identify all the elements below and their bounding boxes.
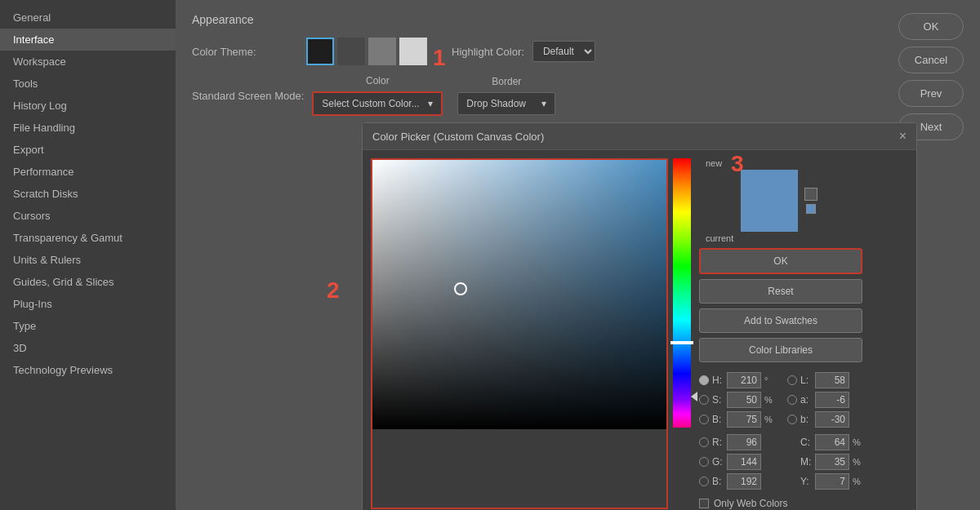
sidebar-item-interface[interactable]: Interface [0, 29, 176, 51]
h-input[interactable] [727, 372, 761, 388]
sidebar-item-units-rulers[interactable]: Units & Rulers [0, 249, 176, 271]
h-radio[interactable] [699, 375, 709, 385]
b3-radio[interactable] [787, 415, 797, 424]
highlight-color-label: Highlight Color: [452, 46, 524, 58]
dropdown-arrow-icon: ▾ [428, 98, 433, 109]
m-unit: % [853, 457, 862, 467]
highlight-color-dropdown[interactable]: Default [532, 41, 595, 62]
right-buttons: OK Cancel Prev Next [898, 13, 964, 140]
l-label: L: [800, 375, 812, 386]
close-button[interactable]: × [899, 130, 906, 143]
color-spectrum[interactable] [372, 160, 666, 429]
swatch-medium-dark[interactable] [337, 38, 365, 65]
a-radio[interactable] [787, 395, 797, 405]
middle-section: new current OK [699, 158, 862, 509]
c-input-row: C: % [787, 434, 862, 450]
color-picker-reset-button[interactable]: Reset [699, 279, 862, 304]
a-label: a: [800, 394, 812, 406]
main-content: Appearance Color Theme: Highlight Color:… [176, 0, 980, 510]
sidebar-item-scratch-disks[interactable]: Scratch Disks [0, 183, 176, 205]
sidebar-item-type[interactable]: Type [0, 315, 176, 337]
add-to-swatches-button[interactable]: Add to Swatches [699, 308, 862, 333]
b3-label: b: [800, 414, 812, 425]
b2-radio[interactable] [699, 477, 709, 486]
web-colors-row: Only Web Colors [699, 498, 862, 509]
drop-shadow-label: Drop Shadow [466, 98, 526, 109]
s-input[interactable] [727, 392, 761, 408]
hsb-rgb-inputs: H: ° S: % B: [699, 372, 774, 490]
spectrum-container [371, 158, 668, 509]
sidebar-item-general[interactable]: General [0, 7, 176, 29]
y-label: Y: [800, 476, 812, 487]
b-label: B: [712, 414, 724, 425]
custom-color-label: Select Custom Color... [322, 98, 419, 109]
sidebar-item-transparency-gamut[interactable]: Transparency & Gamut [0, 227, 176, 249]
sidebar-item-plug-ins[interactable]: Plug-Ins [0, 293, 176, 315]
g-radio[interactable] [699, 457, 709, 467]
spectrum-area [371, 158, 691, 509]
b2-input[interactable] [727, 473, 761, 490]
prev-button[interactable]: Prev [898, 80, 964, 107]
sidebar-item-guides-grid-slices[interactable]: Guides, Grid & Slices [0, 271, 176, 293]
a-input-row: a: [787, 392, 862, 408]
r-radio[interactable] [699, 437, 709, 447]
hue-indicator [670, 341, 693, 344]
h-input-row: H: ° [699, 372, 774, 388]
ok-button[interactable]: OK [898, 13, 964, 40]
cancel-button[interactable]: Cancel [898, 47, 964, 73]
sidebar-item-export[interactable]: Export [0, 139, 176, 161]
b3-input[interactable] [815, 411, 849, 428]
lab-cmyk-inputs: L: a: b: [787, 372, 862, 490]
y-unit: % [853, 477, 862, 486]
drop-shadow-dropdown[interactable]: Drop Shadow ▾ [457, 92, 555, 115]
custom-color-dropdown[interactable]: Select Custom Color... ▾ [312, 91, 443, 116]
color-picker-ok-button[interactable]: OK [699, 248, 862, 274]
r-input[interactable] [727, 434, 761, 450]
section-title: Appearance [192, 13, 964, 26]
swatch-medium[interactable] [368, 38, 396, 65]
hue-slider[interactable] [673, 158, 691, 428]
sidebar-item-tools[interactable]: Tools [0, 73, 176, 95]
cube-icon [804, 188, 817, 201]
sidebar-item-performance[interactable]: Performance [0, 161, 176, 183]
only-web-colors-label: Only Web Colors [714, 498, 787, 509]
new-label: new [706, 158, 722, 168]
dialog-header: Color Picker (Custom Canvas Color) × [363, 123, 916, 150]
color-libraries-button[interactable]: Color Libraries [699, 338, 862, 362]
l-radio[interactable] [787, 375, 797, 385]
y-input[interactable] [815, 473, 849, 490]
dropdown-arrow2-icon: ▾ [541, 98, 546, 109]
a-input[interactable] [815, 392, 849, 408]
border-col-label: Border [457, 76, 555, 87]
s-unit: % [764, 395, 774, 405]
s-radio[interactable] [699, 395, 709, 405]
c-input[interactable] [815, 434, 849, 450]
only-web-colors-checkbox[interactable] [699, 499, 709, 508]
swatch-dark[interactable] [306, 38, 334, 65]
m-input-row: M: % [787, 454, 862, 470]
sidebar: General Interface Workspace Tools Histor… [0, 0, 176, 510]
b-radio[interactable] [699, 415, 709, 424]
b2-input-row: B: [699, 473, 774, 490]
r-input-row: R: [699, 434, 774, 450]
sidebar-item-3d[interactable]: 3D [0, 337, 176, 359]
m-input[interactable] [815, 454, 849, 470]
badge-1: 1 [433, 45, 446, 71]
hue-arrow-icon [691, 392, 697, 401]
sidebar-item-workspace[interactable]: Workspace [0, 51, 176, 73]
sidebar-item-tech-previews[interactable]: Technology Previews [0, 359, 176, 381]
small-swatch-icon [806, 204, 816, 214]
l-input[interactable] [815, 372, 849, 388]
m-label: M: [800, 456, 812, 468]
screen-mode-row: Standard Screen Mode: Color Select Custo… [192, 75, 964, 116]
sidebar-item-history-log[interactable]: History Log [0, 95, 176, 117]
g-input[interactable] [727, 454, 761, 470]
sidebar-item-cursors[interactable]: Cursors [0, 205, 176, 227]
b-input-row: B: % [699, 411, 774, 428]
swatch-light[interactable] [399, 38, 427, 65]
b-input[interactable] [727, 411, 761, 428]
sidebar-item-file-handling[interactable]: File Handling [0, 117, 176, 139]
preview-stack [741, 170, 798, 232]
s-input-row: S: % [699, 392, 774, 408]
s-label: S: [712, 394, 724, 406]
